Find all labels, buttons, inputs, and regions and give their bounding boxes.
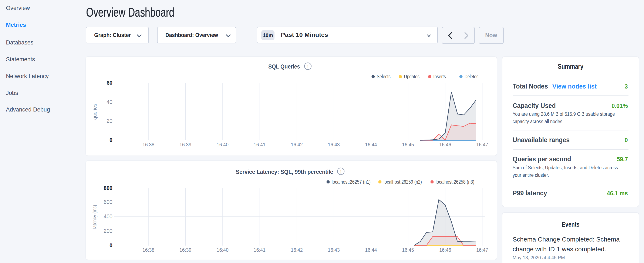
- svg-text:latency (ms): latency (ms): [92, 205, 98, 229]
- svg-text:40: 40: [106, 99, 112, 105]
- svg-text:Updates: Updates: [404, 74, 420, 79]
- svg-text:200: 200: [104, 228, 112, 234]
- svg-text:queries: queries: [92, 104, 98, 120]
- svg-text:400: 400: [104, 213, 112, 219]
- svg-text:localhost:26258 (n3): localhost:26258 (n3): [436, 179, 474, 185]
- svg-text:16:39: 16:39: [180, 247, 191, 253]
- svg-text:16:44: 16:44: [365, 142, 377, 147]
- svg-text:0: 0: [110, 242, 112, 248]
- svg-text:16:40: 16:40: [217, 247, 228, 253]
- svg-text:16:40: 16:40: [217, 142, 228, 147]
- svg-text:0: 0: [110, 137, 112, 143]
- svg-text:60: 60: [106, 80, 112, 86]
- svg-text:20: 20: [106, 118, 112, 124]
- svg-text:localhost:26257 (n1): localhost:26257 (n1): [332, 179, 370, 185]
- svg-text:localhost:26259 (n2): localhost:26259 (n2): [384, 179, 422, 185]
- svg-text:Inserts: Inserts: [433, 74, 446, 79]
- svg-text:Service Latency: SQL, 99th per: Service Latency: SQL, 99th percentile: [236, 168, 333, 175]
- svg-text:16:46: 16:46: [439, 247, 451, 253]
- svg-text:16:38: 16:38: [142, 142, 154, 147]
- svg-text:600: 600: [104, 199, 112, 205]
- svg-text:16:46: 16:46: [439, 142, 451, 147]
- svg-text:16:45: 16:45: [402, 142, 414, 147]
- svg-text:16:41: 16:41: [254, 247, 266, 253]
- svg-text:16:47: 16:47: [476, 142, 488, 147]
- svg-text:16:47: 16:47: [476, 247, 488, 253]
- svg-text:16:42: 16:42: [291, 142, 303, 147]
- svg-text:16:39: 16:39: [180, 142, 191, 147]
- svg-text:16:43: 16:43: [328, 142, 340, 147]
- svg-text:16:42: 16:42: [291, 247, 303, 253]
- svg-text:SQL Queries: SQL Queries: [268, 63, 300, 70]
- svg-text:i: i: [340, 169, 342, 174]
- svg-text:16:45: 16:45: [402, 247, 414, 253]
- svg-text:Deletes: Deletes: [464, 74, 478, 79]
- svg-text:16:44: 16:44: [365, 247, 377, 253]
- svg-text:16:43: 16:43: [328, 247, 340, 253]
- svg-text:16:41: 16:41: [254, 142, 266, 147]
- svg-text:16:38: 16:38: [142, 247, 154, 253]
- svg-text:i: i: [307, 64, 309, 69]
- svg-text:800: 800: [104, 185, 112, 191]
- svg-text:Selects: Selects: [377, 74, 390, 79]
